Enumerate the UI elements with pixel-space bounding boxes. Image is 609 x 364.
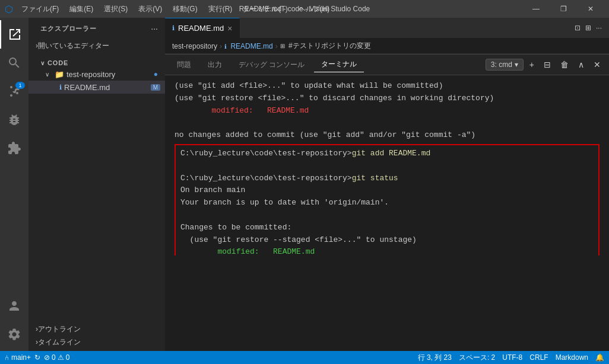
sidebar-item-readme[interactable]: ℹ README.md M — [28, 81, 165, 94]
status-spaces[interactable]: スペース: 2 — [459, 353, 495, 363]
repo-arrow-icon: ∨ — [45, 71, 52, 78]
status-sync[interactable]: ↻ — [34, 353, 40, 362]
status-errors[interactable]: ⊘ 0 ⚠ 0 — [44, 353, 69, 362]
activity-settings[interactable] — [0, 320, 28, 349]
terminal-line-5: no changes added to commit (use "git add… — [175, 129, 600, 142]
timeline-label: タイムライン — [38, 337, 81, 347]
tab-label: README.md — [178, 24, 224, 33]
titlebar-controls: — ❐ ✕ — [522, 0, 604, 18]
branch-name: main+ — [11, 353, 31, 362]
menu-select[interactable]: 選択(S) — [99, 3, 132, 15]
tab-bar: ℹ README.md × ⊡ ⊞ ··· — [165, 18, 609, 39]
breadcrumb-section-label: #テストリポジトリの変更 — [288, 41, 371, 50]
outline-section: › アウトライン › タイムライン — [28, 320, 165, 351]
terminal-controls: 3: cmd ▾ + ⊟ 🗑 ∧ ✕ — [486, 59, 604, 71]
maximize-button[interactable]: ❐ — [550, 0, 577, 18]
code-section-label: CODE — [47, 59, 68, 66]
terminal-dropdown-icon: ▾ — [515, 60, 518, 69]
layout-icon[interactable]: ⊞ — [585, 24, 591, 32]
more-tabs-icon[interactable]: ··· — [596, 24, 602, 32]
breadcrumb-sep2: › — [275, 42, 278, 50]
tab-file-icon: ℹ — [172, 24, 175, 32]
open-editors-label: 開いているエディター — [38, 41, 109, 51]
terminal-tabs: 問題 出力 デバッグ コンソール ターミナル 3: cmd ▾ + ⊟ 🗑 ∧ … — [165, 55, 609, 75]
repo-label: test-repository — [66, 70, 154, 79]
sidebar-more-icon[interactable]: ··· — [151, 24, 158, 33]
menu-run[interactable]: 実行(R) — [204, 3, 237, 15]
terminal-highlight-box: C:\ruby_lecture\code\test-repository>git… — [175, 144, 600, 256]
terminal-line-4 — [175, 117, 600, 129]
vscode-logo-icon: ⬡ — [5, 4, 13, 15]
warning-count: 0 — [66, 353, 70, 362]
terminal-cmd-2: C:\ruby_lecture\code\test-repository>git… — [180, 173, 594, 185]
code-section-header[interactable]: ∨ CODE — [28, 57, 165, 68]
status-notifications[interactable]: 🔔 — [595, 353, 604, 362]
spaces-label: スペース: 2 — [459, 353, 495, 363]
split-editor-icon[interactable]: ⊡ — [575, 24, 581, 32]
menu-go[interactable]: 移動(G) — [168, 3, 202, 15]
terminal-line-3: modified: README.md — [175, 105, 600, 117]
split-terminal-icon[interactable]: ⊟ — [540, 59, 554, 71]
breadcrumb: test-repository › ℹ README.md › ⊞ #テストリポ… — [165, 39, 609, 54]
terminal-changes-header: Changes to be committed: — [180, 222, 594, 234]
open-editors-header[interactable]: › 開いているエディター — [28, 39, 165, 52]
main-layout: 1 エクスプローラー ··· › 開いているエディター — [0, 18, 609, 351]
cursor-position: 行 3, 列 23 — [418, 353, 452, 363]
breadcrumb-file[interactable]: ℹ README.md — [224, 42, 273, 50]
breadcrumb-section-icon: ⊞ — [280, 43, 285, 49]
menu-edit[interactable]: 編集(E) — [65, 3, 98, 15]
sidebar-item-repo[interactable]: ∨ 📁 test-repository ● — [28, 68, 165, 81]
status-branch[interactable]: ⑃ main+ — [5, 353, 31, 362]
terminal-line-up-to-date: Your branch is up to date with 'origin/m… — [180, 197, 594, 209]
terminal-chevron-up-icon[interactable]: ∧ — [575, 59, 588, 71]
error-count: 0 — [52, 353, 56, 362]
tab-debug-console[interactable]: デバッグ コンソール — [231, 58, 312, 72]
open-editors-section: › 開いているエディター — [28, 37, 165, 55]
new-terminal-icon[interactable]: + — [526, 59, 538, 71]
source-control-badge: 1 — [15, 82, 25, 89]
menu-view[interactable]: 表示(V) — [134, 3, 167, 15]
minimize-button[interactable]: — — [522, 0, 550, 18]
modified-badge: M — [151, 84, 160, 91]
info-file-icon: ℹ — [59, 84, 62, 91]
terminal-session-select[interactable]: 3: cmd ▾ — [486, 59, 524, 71]
readme-label: README.md — [64, 83, 151, 92]
menu-file[interactable]: ファイル(F) — [17, 3, 64, 15]
status-encoding[interactable]: UTF-8 — [502, 353, 522, 362]
activity-accounts[interactable] — [0, 292, 28, 320]
status-bar-right: 行 3, 列 23 スペース: 2 UTF-8 CRLF Markdown 🔔 — [418, 353, 604, 363]
window-title: README.md - code - Visual Studio Code — [239, 5, 370, 13]
editor-area: ℹ README.md × ⊡ ⊞ ··· test-repository › … — [165, 18, 609, 351]
tab-problems[interactable]: 問題 — [170, 58, 198, 72]
line-ending-label: CRLF — [529, 353, 548, 362]
tab-readme[interactable]: ℹ README.md × — [165, 18, 240, 38]
activity-debug[interactable] — [0, 106, 28, 134]
sidebar-header: エクスプローラー ··· — [28, 18, 165, 37]
timeline-header[interactable]: › タイムライン — [28, 336, 165, 349]
status-language[interactable]: Markdown — [556, 353, 588, 362]
titlebar: ⬡ ファイル(F) 編集(E) 選択(S) 表示(V) 移動(G) 実行(R) … — [0, 0, 609, 18]
tab-close-icon[interactable]: × — [227, 24, 232, 33]
activity-search[interactable] — [0, 49, 28, 77]
breadcrumb-sep1: › — [220, 42, 222, 50]
breadcrumb-repo[interactable]: test-repository — [172, 42, 217, 50]
status-line-ending[interactable]: CRLF — [529, 353, 548, 362]
breadcrumb-file-icon: ℹ — [224, 43, 227, 50]
breadcrumb-section[interactable]: ⊞ #テストリポジトリの変更 — [280, 41, 371, 51]
activity-extensions[interactable] — [0, 134, 28, 162]
tab-output[interactable]: 出力 — [201, 58, 229, 72]
status-cursor[interactable]: 行 3, 列 23 — [418, 353, 452, 363]
activity-explorer[interactable] — [0, 20, 28, 49]
terminal-cmd-1: C:\ruby_lecture\code\test-repository>git… — [180, 148, 594, 160]
tab-terminal[interactable]: ターミナル — [314, 57, 364, 72]
close-button[interactable]: ✕ — [577, 0, 604, 18]
terminal-content[interactable]: (use "git add <file>..." to update what … — [165, 75, 609, 256]
code-section-arrow: ∨ — [40, 60, 45, 66]
terminal-modified-staged: modified: README.md — [180, 246, 594, 256]
terminal-close-icon[interactable]: ✕ — [590, 59, 604, 71]
explorer-title: エクスプローラー — [40, 24, 97, 33]
kill-terminal-icon[interactable]: 🗑 — [557, 59, 572, 71]
repo-folder-icon: 📁 — [55, 70, 64, 79]
outline-header[interactable]: › アウトライン — [28, 323, 165, 336]
activity-source-control[interactable]: 1 — [0, 77, 28, 106]
